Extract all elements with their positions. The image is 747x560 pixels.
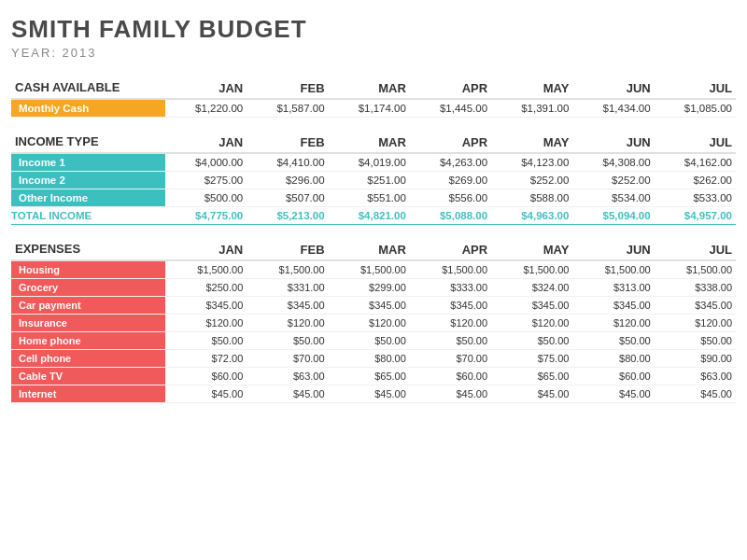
cell-value: $1,500.00 <box>491 260 572 279</box>
row-label: Grocery <box>11 279 165 297</box>
table-row: Income 1$4,000.00$4,410.00$4,019.00$4,26… <box>11 153 736 172</box>
row-label: Income 1 <box>11 153 165 172</box>
cell-value: $1,085.00 <box>655 99 736 118</box>
col-jan-ca: JAN <box>165 73 247 99</box>
cell-value: $507.00 <box>247 189 328 207</box>
col-may-ca: MAY <box>491 73 572 99</box>
row-label: Monthly Cash <box>11 99 165 118</box>
cell-value: $4,263.00 <box>410 153 491 172</box>
table-row: Internet$45.00$45.00$45.00$45.00$45.00$4… <box>11 385 736 403</box>
col-jun-ca: JUN <box>572 73 654 99</box>
cell-value: $269.00 <box>410 172 491 189</box>
cell-value: $588.00 <box>491 189 572 207</box>
table-row: Cell phone$72.00$70.00$80.00$70.00$75.00… <box>11 350 736 368</box>
cell-value: $80.00 <box>329 350 410 368</box>
cell-value: $120.00 <box>572 315 654 332</box>
cell-value: $50.00 <box>572 332 654 350</box>
table-row: Housing$1,500.00$1,500.00$1,500.00$1,500… <box>11 260 736 279</box>
table-row: Cable TV$60.00$63.00$65.00$60.00$65.00$6… <box>11 368 736 385</box>
cell-value: $4,410.00 <box>247 153 328 172</box>
col-apr-ca: APR <box>410 73 491 99</box>
cell-value: $65.00 <box>491 368 572 385</box>
cell-value: $1,500.00 <box>410 260 491 279</box>
cell-value: $45.00 <box>247 385 328 403</box>
col-may-exp: MAY <box>491 234 572 260</box>
cell-value: $4,162.00 <box>655 153 736 172</box>
cell-value: $1,220.00 <box>165 99 247 118</box>
cell-value: $120.00 <box>410 315 491 332</box>
cell-value: $45.00 <box>329 385 410 403</box>
cell-value: $345.00 <box>572 297 654 315</box>
table-row: Monthly Cash$1,220.00$1,587.00$1,174.00$… <box>11 99 736 118</box>
cell-value: $120.00 <box>329 315 410 332</box>
row-label: Car payment <box>11 297 165 315</box>
cell-value: $80.00 <box>572 350 654 368</box>
col-jan-inc: JAN <box>165 127 247 153</box>
cell-value: $333.00 <box>410 279 491 297</box>
cell-value: $551.00 <box>329 189 410 207</box>
cell-value: $275.00 <box>165 172 247 189</box>
row-label: Cell phone <box>11 350 165 368</box>
cash-available-header-row: CASH AVAILABLE JAN FEB MAR APR MAY JUN J… <box>11 73 736 99</box>
cell-value: $75.00 <box>491 350 572 368</box>
cell-value: $63.00 <box>247 368 328 385</box>
total-income-label: TOTAL INCOME <box>11 207 165 225</box>
expenses-header: EXPENSES <box>11 234 165 260</box>
cell-value: $1,500.00 <box>655 260 736 279</box>
cell-value: $60.00 <box>165 368 247 385</box>
total-income-value: $5,088.00 <box>410 207 491 225</box>
income-section: INCOME TYPE JAN FEB MAR APR MAY JUN JUL … <box>11 127 736 225</box>
cell-value: $72.00 <box>165 350 247 368</box>
col-mar-ca: MAR <box>329 73 410 99</box>
total-income-row: TOTAL INCOME$4,775.00$5,213.00$4,821.00$… <box>11 207 736 225</box>
cell-value: $90.00 <box>655 350 736 368</box>
cell-value: $1,174.00 <box>329 99 410 118</box>
cell-value: $1,500.00 <box>329 260 410 279</box>
cell-value: $252.00 <box>572 172 654 189</box>
cell-value: $50.00 <box>410 332 491 350</box>
table-row: Grocery$250.00$331.00$299.00$333.00$324.… <box>11 279 736 297</box>
cell-value: $345.00 <box>247 297 328 315</box>
page-title: SMITH FAMILY BUDGET <box>11 15 736 44</box>
cash-available-section: CASH AVAILABLE JAN FEB MAR APR MAY JUN J… <box>11 73 736 118</box>
total-income-value: $4,957.00 <box>655 207 736 225</box>
col-jul-ca: JUL <box>655 73 736 99</box>
total-income-value: $4,775.00 <box>165 207 247 225</box>
income-header-row: INCOME TYPE JAN FEB MAR APR MAY JUN JUL <box>11 127 736 153</box>
cell-value: $1,500.00 <box>165 260 247 279</box>
table-row: Insurance$120.00$120.00$120.00$120.00$12… <box>11 315 736 332</box>
cell-value: $4,000.00 <box>165 153 247 172</box>
cell-value: $556.00 <box>410 189 491 207</box>
cell-value: $120.00 <box>165 315 247 332</box>
total-income-value: $5,094.00 <box>572 207 654 225</box>
cell-value: $4,123.00 <box>491 153 572 172</box>
row-label: Home phone <box>11 332 165 350</box>
col-jan-exp: JAN <box>165 234 247 260</box>
cell-value: $1,587.00 <box>247 99 328 118</box>
cell-value: $45.00 <box>572 385 654 403</box>
row-label: Housing <box>11 260 165 279</box>
cell-value: $45.00 <box>410 385 491 403</box>
cell-value: $65.00 <box>329 368 410 385</box>
cell-value: $63.00 <box>655 368 736 385</box>
col-mar-inc: MAR <box>329 127 410 153</box>
cell-value: $345.00 <box>165 297 247 315</box>
cell-value: $45.00 <box>655 385 736 403</box>
cell-value: $70.00 <box>410 350 491 368</box>
expenses-section: EXPENSES JAN FEB MAR APR MAY JUN JUL Hou… <box>11 234 736 403</box>
row-label: Cable TV <box>11 368 165 385</box>
cell-value: $70.00 <box>247 350 328 368</box>
col-feb-exp: FEB <box>247 234 328 260</box>
col-jun-inc: JUN <box>572 127 654 153</box>
row-label: Internet <box>11 385 165 403</box>
col-jul-inc: JUL <box>655 127 736 153</box>
cell-value: $338.00 <box>655 279 736 297</box>
cell-value: $120.00 <box>491 315 572 332</box>
cell-value: $345.00 <box>491 297 572 315</box>
col-may-inc: MAY <box>491 127 572 153</box>
total-income-value: $4,821.00 <box>329 207 410 225</box>
cell-value: $262.00 <box>655 172 736 189</box>
row-label: Income 2 <box>11 172 165 189</box>
cell-value: $500.00 <box>165 189 247 207</box>
cell-value: $45.00 <box>165 385 247 403</box>
